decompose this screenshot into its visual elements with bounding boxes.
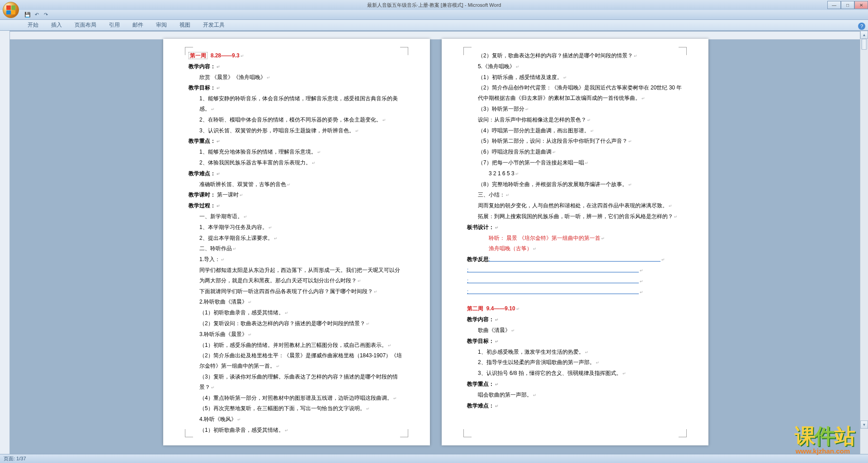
text-line: 2、指导学生以轻柔的声音演唱歌曲的第一声部。 — [467, 357, 683, 368]
text-line: （1）初听歌曲录音，感受其情绪。 — [189, 425, 405, 435]
margin-corner-icon — [463, 429, 472, 437]
text-line: （5）聆听第二部分，设问：从这段音乐中你听到了什么声音？ — [467, 136, 683, 146]
quick-access-toolbar: 💾 ↶ ↷ — [0, 10, 868, 20]
blank-line: : — [467, 287, 683, 297]
text-line: 2、体验我国民族乐器古筝丰富的音乐表现力。 — [189, 158, 405, 168]
blank-line: : — [467, 276, 683, 286]
blank-line: : — [467, 265, 683, 276]
text-line: （4）重点聆听第一部分，对照教材中的图形谱及五线谱，边听边哼唱这段曲调。 — [189, 393, 405, 403]
scroll-up-icon[interactable]: ▲ — [860, 31, 868, 39]
heading-goal: 教学目标： — [189, 83, 405, 93]
text-line: （5）再次完整地复听，在三幅图的下面，写出一句恰当的文字说明。 — [189, 403, 405, 414]
text-line: 欣赏 《晨景》《渔舟唱晚》 — [189, 72, 405, 83]
text-line: （1）初听，感受乐曲的情绪。并对照教材上的三幅图分段，或自己画图表示。 — [189, 340, 405, 351]
watermark-logo: 课件站 — [795, 422, 854, 450]
pages-container[interactable]: 第一周 8.28——9.3 教学内容： 欣赏 《晨景》《渔舟唱晚》 教学目标： … — [12, 39, 860, 454]
undo-icon[interactable]: ↶ — [33, 11, 41, 19]
text-line: （1）初听歌曲录音，感受其情绪。 — [189, 308, 405, 318]
office-logo-icon — [6, 5, 15, 14]
text-line: 渔舟唱晚（古筝） — [467, 243, 683, 254]
window-title: 最新人音版五年级音乐·上册·教案 [兼容模式] - Microsoft Word — [367, 2, 501, 9]
text-line: 拓展：到网上搜索我国的民族乐曲，听一听，辨一辨，它们的音乐风格是怎样的？ — [467, 211, 683, 222]
text-line: 三、小结： — [467, 190, 683, 200]
scroll-down-icon[interactable]: ▼ — [860, 421, 868, 429]
tab-mailings[interactable]: 邮件 — [127, 19, 149, 30]
tab-review[interactable]: 审阅 — [150, 19, 173, 30]
tab-developer[interactable]: 开发工具 — [197, 19, 231, 30]
margin-corner-icon — [679, 429, 687, 437]
watermark-url: www.kjzhan.com — [796, 447, 850, 455]
text-line: 1、初步感受晚景，激发学生对生活的热爱。 — [467, 347, 683, 357]
text-line: 1、能够安静的聆听音乐，体会音乐的情绪，理解音乐意境，感受祖国古典音乐的美感。 — [189, 94, 405, 114]
tab-references[interactable]: 引用 — [103, 19, 126, 30]
text-line: 4.聆听《晚风》 — [189, 414, 405, 425]
text-line: （3）复听，谈谈你对乐曲的理解。乐曲表达了怎样的内容？描述的是哪个时段的情景？ — [189, 372, 405, 393]
text-line: （6）哼唱这段音乐的主题曲调 — [467, 147, 683, 157]
close-button[interactable]: ✕ — [854, 1, 868, 9]
minimize-button[interactable]: — — [827, 1, 841, 9]
tab-start[interactable]: 开始 — [22, 19, 44, 30]
margin-corner-icon — [463, 47, 472, 55]
margin-corner-icon — [400, 429, 408, 437]
page-indicator[interactable]: 页面: 1/37 — [4, 455, 26, 462]
heading-board: 板书设计： — [467, 222, 683, 233]
text-line: 设问：从音乐声中你能相像这是怎样的景色？ — [467, 115, 683, 125]
save-icon[interactable]: 💾 — [24, 11, 32, 19]
redo-icon[interactable]: ↷ — [42, 11, 50, 19]
text-line: 5.《渔舟唱晚》 — [467, 61, 683, 72]
text-line: （8）完整地聆听全曲，并根据音乐的发展顺序编讲一个故事。 — [467, 179, 683, 190]
heading-goal: 教学目标： — [467, 336, 683, 346]
text-line: 3.聆听乐曲《晨景》 — [189, 329, 405, 340]
heading-process: 教学过程： — [189, 201, 405, 211]
heading-difficulty: 教学难点： — [189, 168, 405, 179]
tab-layout[interactable]: 页面布局 — [69, 19, 102, 30]
heading-content: 教学内容： — [467, 314, 683, 325]
text-line: 唱会歌曲的第一声部。 — [467, 390, 683, 400]
heading-content: 教学内容： — [189, 61, 405, 72]
margin-corner-icon — [400, 47, 408, 55]
text-line: 1、本学期学习任务及内容。 — [189, 222, 405, 233]
text-line: 周而复始的朝夕变化，人与自然的和谐相处，在这四首作品中表现的淋漓尽致。 — [467, 201, 683, 211]
text-line: 2.聆听歌曲《清晨》 — [189, 297, 405, 307]
text-line: （2）简介乐曲出处及格里格生平：《晨景》是挪威作曲家格里格（1843-1907）… — [189, 351, 405, 371]
text-line: 歌曲《清晨》 — [467, 325, 683, 336]
text-line: 准确听辨长笛、双簧管，古筝的音色 — [189, 179, 405, 190]
page-1[interactable]: 第一周 8.28——9.3 教学内容： 欣赏 《晨景》《渔舟唱晚》 教学目标： … — [163, 39, 430, 445]
office-button[interactable] — [3, 2, 19, 18]
margin-corner-icon — [185, 47, 193, 55]
text-line: 1.导入： — [189, 254, 405, 265]
maximize-button[interactable]: □ — [841, 1, 854, 9]
text-line: 一、新学期寄语。 — [189, 211, 405, 222]
text-line: 2、提出本学期音乐上课要求。 — [189, 233, 405, 243]
text-line: （2）简介作品创作时代背景：《渔舟唱晚》是我国近代古筝家娄树华在 20世纪 30… — [467, 83, 683, 103]
document-workspace: 第一周 8.28——9.3 教学内容： 欣赏 《晨景》《渔舟唱晚》 教学目标： … — [0, 31, 868, 454]
text-line: （3）聆听第一部分 — [467, 104, 683, 114]
tab-view[interactable]: 视图 — [174, 19, 196, 30]
help-icon[interactable]: ? — [858, 23, 865, 30]
text-line: 1、能够充分地体验音乐的情绪，理解音乐意境。 — [189, 147, 405, 157]
page-2[interactable]: （2）复听，歌曲表达怎样的内容？描述的是哪个时间段的情景？ 5.《渔舟唱晚》 （… — [442, 39, 708, 445]
text-line: （7）把每一小节的第一个音连接起来唱一唱 — [467, 158, 683, 168]
text-line: 第一周 8.28——9.3 — [189, 51, 405, 61]
text-line: 聆听： 晨景 《培尔金特》第一组曲中的第一首 — [467, 233, 683, 243]
week2-title: 第二周 9.4——9.10 — [467, 304, 683, 314]
text-line: （2）复听，歌曲表达怎样的内容？描述的是哪个时间段的情景？ — [467, 51, 683, 61]
text-line: （1）初听乐曲，感受情绪及速度。 — [467, 72, 683, 83]
scroll-thumb[interactable] — [861, 39, 867, 50]
vertical-ruler[interactable] — [0, 31, 10, 454]
status-bar: 页面: 1/37 — [0, 454, 868, 463]
vertical-scrollbar[interactable]: ▲ ▼ — [860, 31, 868, 454]
heading-key: 教学重点： — [189, 136, 405, 146]
text-line: 3、认识拍号 6/8 拍，懂得它的含义、强弱规律及指挥图式。 — [467, 368, 683, 379]
text-line: 同学们都知道太阳是从东边升起，西边落下，从而形成一天。我们把一天呢又可以分为两大… — [189, 265, 405, 286]
text-line: 教学课时： 第一课时 — [189, 190, 405, 200]
title-bar: 最新人音版五年级音乐·上册·教案 [兼容模式] - Microsoft Word… — [0, 0, 868, 10]
blank-line: : — [489, 254, 660, 262]
heading-difficulty: 教学难点： — [467, 401, 683, 411]
text-line: 3、认识长笛、双簧管的外形，哼唱音乐主题旋律，并听辨音色。 — [189, 126, 405, 136]
text-line: 下面就请同学们听一听这四首作品各表现了什么内容？属于哪个时间段？ — [189, 286, 405, 297]
tab-insert[interactable]: 插入 — [45, 19, 68, 30]
heading-reflection: 教学反思: — [467, 254, 683, 265]
text-line: （4）哼唱第一部分的主题曲调，画出图形谱。 — [467, 126, 683, 136]
text-line: （2）复听设问：歌曲表达怎样的内容？描述的是哪个时间段的情景？ — [189, 318, 405, 329]
